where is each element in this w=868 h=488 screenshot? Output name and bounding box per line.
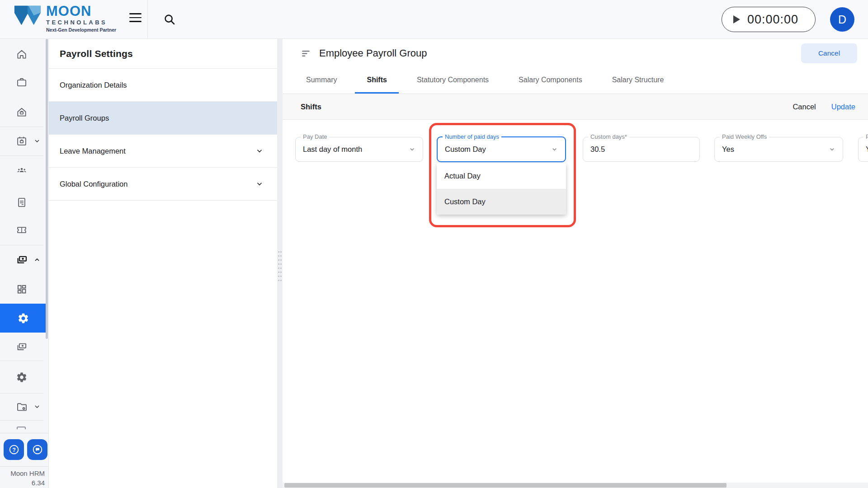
rail-divider bbox=[0, 245, 43, 245]
gear-icon bbox=[17, 312, 29, 324]
chevron-down-icon bbox=[255, 147, 264, 155]
tab-salary-structure[interactable]: Salary Structure bbox=[600, 68, 676, 94]
app-logo[interactable]: MOON TECHNOLABS Next-Gen Development Par… bbox=[14, 5, 116, 33]
chevron-down-icon bbox=[551, 146, 558, 153]
section-update-button[interactable]: Update bbox=[831, 103, 855, 111]
partial-select[interactable]: P Y bbox=[858, 137, 868, 162]
dropdown-option-actual-day[interactable]: Actual Day bbox=[437, 163, 566, 189]
partial-icon[interactable] bbox=[17, 427, 26, 429]
question-icon: ? bbox=[8, 444, 20, 455]
chat-icon bbox=[32, 444, 43, 455]
main-panel: Employee Payroll Group Cancel Summary Sh… bbox=[283, 39, 868, 488]
timer-widget[interactable]: 00:00:00 bbox=[722, 7, 816, 32]
app-version: Moon HRM 6.34 bbox=[0, 466, 48, 488]
sidebar-item-organization-details[interactable]: Organization Details bbox=[49, 69, 277, 102]
chevron-down-icon bbox=[255, 180, 264, 188]
sidebar-item-global-configuration[interactable]: Global Configuration bbox=[49, 168, 277, 201]
help-panel: ? Moon HRM 6.34 bbox=[0, 433, 48, 488]
tab-shifts[interactable]: Shifts bbox=[355, 68, 398, 94]
paid-weekly-offs-label: Paid Weekly Offs bbox=[720, 133, 769, 140]
custom-days-label: Custom days* bbox=[588, 133, 629, 140]
pay-date-select[interactable]: Pay Date Last day of month bbox=[295, 137, 423, 162]
version-number: 6.34 bbox=[0, 478, 45, 488]
rail-divider bbox=[0, 361, 43, 361]
rail-divider bbox=[0, 127, 43, 127]
panel-resize-handle[interactable] bbox=[277, 39, 283, 488]
payroll-icon[interactable] bbox=[0, 341, 43, 353]
timer-value: 00:00:00 bbox=[747, 13, 798, 27]
page-title: Employee Payroll Group bbox=[319, 47, 427, 59]
dropdown-option-custom-day[interactable]: Custom Day bbox=[437, 189, 566, 215]
sort-icon[interactable] bbox=[301, 48, 312, 59]
icon-rail: ? Moon HRM 6.34 bbox=[0, 39, 49, 488]
chevron-down-icon[interactable] bbox=[33, 403, 41, 410]
rail-divider bbox=[0, 393, 43, 394]
svg-text:?: ? bbox=[12, 447, 16, 453]
payroll-settings-sidebar: Payroll Settings Organization Details Pa… bbox=[49, 39, 277, 488]
settings-active-item[interactable] bbox=[0, 304, 47, 333]
rail-divider bbox=[0, 155, 43, 156]
chat-button[interactable] bbox=[27, 439, 47, 460]
logo-subtitle: TECHNOLABS bbox=[46, 19, 116, 26]
form-content: Pay Date Last day of month Number of pai… bbox=[283, 120, 868, 488]
sidebar-title: Payroll Settings bbox=[49, 39, 277, 69]
section-title: Shifts bbox=[301, 103, 321, 111]
help-button[interactable]: ? bbox=[4, 439, 24, 460]
paid-days-select[interactable]: Number of paid days Custom Day bbox=[437, 136, 566, 162]
paid-weekly-offs-value: Yes bbox=[722, 145, 734, 154]
shifts-section-bar: Shifts Cancel Update bbox=[283, 94, 868, 120]
partial-field-label: P bbox=[863, 133, 868, 140]
document-icon[interactable] bbox=[0, 197, 43, 208]
dashboard-icon[interactable] bbox=[0, 283, 43, 295]
scrollbar-thumb[interactable] bbox=[284, 483, 726, 488]
paid-days-label: Number of paid days bbox=[443, 133, 501, 140]
ticket-icon[interactable] bbox=[0, 224, 43, 236]
chevron-up-icon[interactable] bbox=[33, 256, 41, 263]
tab-salary-components[interactable]: Salary Components bbox=[507, 68, 594, 94]
custom-days-value: 30.5 bbox=[590, 145, 605, 154]
people-icon[interactable] bbox=[0, 164, 43, 176]
tab-statutory-components[interactable]: Statutory Components bbox=[405, 68, 500, 94]
partial-field-value: Y bbox=[866, 145, 868, 154]
horizontal-scrollbar[interactable] bbox=[283, 483, 868, 488]
cancel-button[interactable]: Cancel bbox=[801, 43, 857, 63]
home-office-icon[interactable] bbox=[0, 106, 43, 118]
pay-date-value: Last day of month bbox=[303, 145, 362, 154]
menu-icon[interactable] bbox=[129, 13, 142, 23]
main-header: Employee Payroll Group Cancel bbox=[283, 39, 868, 68]
custom-days-input[interactable]: Custom days* 30.5 bbox=[583, 137, 700, 162]
section-cancel-button[interactable]: Cancel bbox=[793, 103, 816, 111]
app-name: Moon HRM bbox=[0, 469, 45, 478]
paid-days-dropdown-menu: Actual Day Custom Day bbox=[437, 163, 566, 215]
search-icon[interactable] bbox=[163, 13, 176, 26]
user-avatar[interactable]: D bbox=[830, 7, 854, 32]
paid-days-value: Custom Day bbox=[445, 145, 486, 154]
top-bar: MOON TECHNOLABS Next-Gen Development Par… bbox=[0, 0, 868, 39]
settings-icon[interactable] bbox=[0, 371, 43, 383]
tab-bar: Summary Shifts Statutory Components Sala… bbox=[283, 68, 868, 94]
sidebar-item-payroll-groups[interactable]: Payroll Groups bbox=[49, 102, 277, 135]
rail-scrollbar[interactable] bbox=[46, 39, 48, 339]
chevron-down-icon[interactable] bbox=[33, 137, 41, 145]
logo-title: MOON bbox=[46, 5, 116, 18]
logo-tagline: Next-Gen Development Partner bbox=[46, 27, 116, 33]
rail-divider bbox=[0, 420, 43, 421]
chevron-down-icon bbox=[409, 146, 415, 153]
tab-summary[interactable]: Summary bbox=[294, 68, 349, 94]
pay-date-label: Pay Date bbox=[301, 133, 329, 140]
sidebar-item-leave-management[interactable]: Leave Management bbox=[49, 135, 277, 168]
play-icon[interactable] bbox=[733, 15, 740, 23]
drag-dots-icon bbox=[278, 251, 282, 281]
briefcase-icon[interactable] bbox=[0, 76, 43, 88]
chevron-down-icon bbox=[829, 146, 835, 153]
home-icon[interactable] bbox=[0, 48, 43, 60]
moon-logo-icon bbox=[14, 5, 42, 26]
topbar-divider bbox=[147, 0, 148, 39]
paid-weekly-offs-select[interactable]: Paid Weekly Offs Yes bbox=[714, 137, 843, 162]
